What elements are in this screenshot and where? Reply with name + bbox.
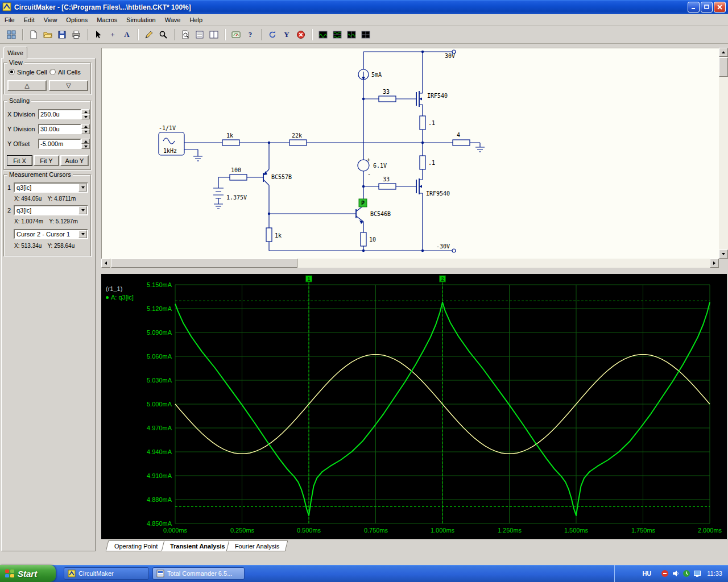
task-button-circuitmaker[interactable]: CircuitMaker [64, 567, 149, 580]
menu-file[interactable]: File [0, 15, 19, 24]
zoom-tool-button[interactable] [156, 28, 170, 41]
menu-options[interactable]: Options [61, 15, 92, 24]
y-axis-tick: 4.940mA [133, 448, 172, 455]
menu-wave[interactable]: Wave [160, 15, 185, 24]
tab-wave[interactable]: Wave [3, 47, 27, 59]
tab-transient-analysis[interactable]: Transient Analysis [162, 541, 234, 551]
print-button[interactable] [69, 28, 83, 41]
y-offset-input[interactable] [38, 139, 81, 149]
dual-plot-vertical-button[interactable] [345, 28, 358, 41]
label-rin: 1k [226, 132, 233, 139]
language-indicator[interactable]: HU [642, 570, 651, 577]
auto-y-button[interactable]: Auto Y [60, 155, 89, 166]
cursor2-signal-select[interactable]: q3[ic] [14, 205, 88, 215]
y-axis-tick: 4.970mA [133, 425, 172, 431]
scroll-down-arrow[interactable] [719, 250, 728, 259]
fit-page-button[interactable] [179, 28, 192, 41]
text-tool-button[interactable]: A [120, 28, 134, 41]
radio-all-cells[interactable] [49, 69, 56, 75]
screen: CircuitMaker - [C:\Program Files\...\htb… [0, 0, 728, 582]
tray-volume-icon[interactable] [672, 569, 680, 577]
x-axis-tick: 1.000ms [424, 527, 461, 534]
clock[interactable]: 11:33 [707, 570, 722, 577]
menu-edit[interactable]: Edit [19, 15, 39, 24]
x-division-spinner[interactable] [81, 109, 90, 119]
radio-single-cell[interactable] [9, 69, 15, 75]
y-division-input[interactable] [38, 124, 81, 134]
tab-operating-point[interactable]: Operating Point [106, 541, 167, 551]
schematic-canvas[interactable]: P 30V 5mA 33 IRF540 .1 -1/1V 1kHz 1k 22k… [102, 48, 719, 259]
probe-y-button[interactable]: Y [280, 28, 293, 41]
tray-scheduler-icon[interactable] [682, 569, 690, 577]
dual-plot-horizontal-button[interactable] [330, 28, 344, 41]
scroll-right-arrow[interactable] [710, 259, 719, 268]
taskbar: Start CircuitMaker Total Commander 6.5..… [0, 565, 728, 582]
label-re: 1k [275, 232, 282, 239]
quad-plot-window-button[interactable] [359, 28, 373, 41]
tray-display-icon[interactable] [693, 569, 701, 577]
y-axis-tick: 5.030mA [133, 377, 172, 384]
toolbar-separator [138, 29, 139, 40]
new-file-button[interactable] [27, 28, 40, 41]
wire-tool-button[interactable]: + [106, 28, 119, 41]
menu-help[interactable]: Help [185, 15, 207, 24]
maximize-button[interactable] [701, 2, 713, 13]
plot-node-name: (r1_1) [106, 285, 134, 292]
y-axis-tick: 5.120mA [133, 305, 172, 312]
scale-up-button[interactable]: △ [7, 80, 47, 91]
run-analysis-button[interactable] [229, 28, 243, 41]
select-tool-button[interactable] [92, 28, 105, 41]
help-button[interactable]: ? [243, 28, 257, 41]
scroll-up-arrow[interactable] [719, 48, 728, 57]
cursor-diff-select[interactable]: Cursor 2 - Cursor 1 [14, 229, 88, 239]
split-view-button[interactable] [207, 28, 221, 41]
title-bar[interactable]: CircuitMaker - [C:\Program Files\...\htb… [0, 0, 728, 14]
cursor1-signal-select[interactable]: q3[ic] [14, 182, 88, 193]
menu-simulation[interactable]: Simulation [122, 15, 160, 24]
x-division-input[interactable] [38, 109, 81, 119]
close-button[interactable] [714, 2, 726, 13]
scale-down-button[interactable]: ▽ [49, 80, 88, 91]
probe-marker-label: P [361, 200, 365, 206]
toolbar-separator [87, 29, 88, 40]
tab-fourier-analysis[interactable]: Fourier Analysis [226, 541, 288, 551]
y-offset-spinner[interactable] [81, 139, 90, 149]
svg-text:2: 2 [441, 276, 444, 282]
save-file-button[interactable] [55, 28, 69, 41]
label-rd: 10 [369, 236, 376, 243]
vscroll-thumb[interactable] [719, 57, 728, 77]
label-vbias-plus: + [367, 157, 370, 163]
view-group-title: View [7, 59, 24, 66]
label-isrc: 5mA [371, 72, 382, 78]
scroll-left-arrow[interactable] [101, 259, 110, 268]
tray-antivirus-icon[interactable] [661, 569, 669, 577]
task-button-total-commander[interactable]: Total Commander 6.5... [152, 567, 245, 580]
circuitmaker-task-icon [68, 569, 76, 577]
fit-x-button[interactable]: Fit X [7, 155, 32, 166]
start-button[interactable]: Start [0, 565, 56, 582]
label-vin: -1/1V [159, 125, 176, 131]
label-m-bot: IRF9540 [426, 190, 450, 197]
waveform-panel[interactable]: (r1_1) A: q3[ic] 12 5.150mA5.120mA5.090m… [101, 274, 727, 539]
menu-view[interactable]: View [39, 15, 62, 24]
y-division-spinner[interactable] [81, 124, 90, 134]
stop-simulation-button[interactable] [294, 28, 308, 41]
open-file-button[interactable] [41, 28, 55, 41]
transient-plot[interactable]: 12 [101, 274, 727, 539]
browse-schematic-button[interactable] [5, 28, 18, 41]
schematic-vscrollbar[interactable] [719, 48, 728, 259]
single-plot-window-button[interactable] [316, 28, 330, 41]
minimize-button[interactable] [688, 2, 700, 13]
probe-tool-button[interactable] [142, 28, 156, 41]
legend-color-dot [106, 296, 109, 299]
reset-simulation-button[interactable] [266, 28, 279, 41]
wave-sidebar: Wave View Single Cell All Cells △ ▽ Scal… [0, 44, 98, 554]
fit-y-button[interactable]: Fit Y [34, 155, 59, 166]
sheet-view-button[interactable] [193, 28, 206, 41]
menu-macros[interactable]: Macros [92, 15, 122, 24]
schematic-hscrollbar[interactable] [101, 259, 719, 268]
schematic-viewport[interactable]: P 30V 5mA 33 IRF540 .1 -1/1V 1kHz 1k 22k… [101, 48, 719, 259]
plot-legend: (r1_1) A: q3[ic] [106, 285, 134, 301]
hscroll-thumb[interactable] [111, 259, 297, 268]
label-vbat: 1.375V [226, 194, 247, 201]
